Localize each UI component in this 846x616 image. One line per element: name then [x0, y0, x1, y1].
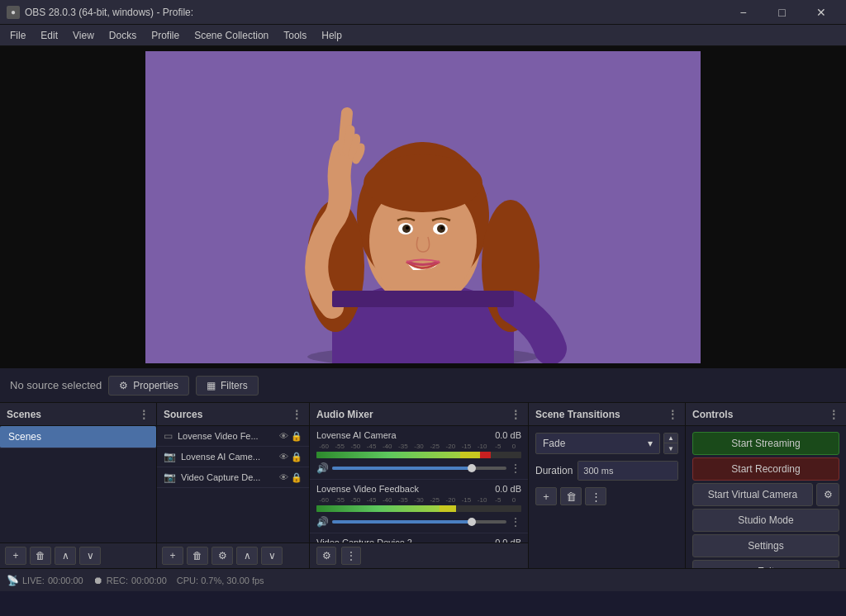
sources-panel: Sources ⋮ ▭ Lovense Video Fe... 👁 🔒 📷 Lo…	[157, 403, 310, 568]
controls-panel: Controls ⋮ Start Streaming Start Recordi…	[686, 403, 846, 568]
controls-panel-content: Start Streaming Start Recording Start Vi…	[686, 426, 846, 568]
rec-status: ⏺ REC: 00:00:00	[93, 575, 167, 586]
volume-slider-2[interactable]	[332, 520, 506, 524]
source-eye-icon[interactable]: 👁	[279, 431, 288, 442]
duration-row: Duration ▲ ▼	[535, 461, 678, 481]
menu-tools[interactable]: Tools	[277, 27, 313, 44]
settings-button[interactable]: Settings	[692, 534, 839, 557]
move-scene-down-button[interactable]: ∨	[79, 547, 101, 565]
maximize-button[interactable]: □	[763, 0, 801, 25]
camera-row: Start Virtual Camera ⚙	[692, 483, 839, 506]
audio-settings-button[interactable]: ⚙	[316, 547, 336, 565]
source-lock-icon[interactable]: 🔒	[291, 472, 302, 483]
studio-mode-button[interactable]: Studio Mode	[692, 509, 839, 532]
menu-help[interactable]: Help	[315, 27, 349, 44]
source-properties-button[interactable]: ⚙	[212, 547, 233, 565]
audio-more-button[interactable]: ⋮	[341, 547, 361, 565]
svg-point-10	[364, 154, 482, 212]
sources-panel-footer: + 🗑 ⚙ ∧ ∨	[157, 543, 309, 568]
preview-canvas	[145, 51, 701, 363]
source-lock-icon[interactable]: 🔒	[291, 452, 302, 462]
start-recording-button[interactable]: Start Recording	[692, 457, 839, 481]
cpu-status: CPU: 0.7%, 30.00 fps	[177, 576, 264, 585]
menu-profile[interactable]: Profile	[145, 27, 186, 44]
transition-more-button[interactable]: ⋮	[585, 487, 606, 505]
scenes-panel-content: Scenes	[0, 426, 156, 543]
volume-slider-1[interactable]	[332, 467, 506, 470]
title-bar-text: OBS 28.0.3 (64-bit, windows) - Profile:	[25, 7, 193, 18]
source-item[interactable]: ▭ Lovense Video Fe... 👁 🔒	[157, 426, 309, 447]
audio-panel-content: Lovense AI Camera 0.0 dB -60-55-50-45-40…	[310, 426, 528, 543]
transitions-panel-header: Scene Transitions ⋮	[529, 403, 685, 426]
remove-scene-button[interactable]: 🗑	[30, 547, 51, 565]
exit-button[interactable]: Exit	[692, 560, 839, 568]
gear-icon: ⚙	[119, 380, 128, 391]
camera-icon: 📷	[164, 471, 176, 483]
chevron-down-icon: ▾	[648, 438, 653, 449]
display-icon: ▭	[164, 430, 173, 442]
transition-spinner-up[interactable]: ▲	[664, 434, 677, 443]
add-source-button[interactable]: +	[162, 547, 183, 565]
properties-button[interactable]: ⚙ Properties	[108, 376, 189, 396]
audio-more-icon[interactable]: ⋮	[510, 515, 521, 528]
audio-mixer-panel: Audio Mixer ⋮ Lovense AI Camera 0.0 dB -…	[310, 403, 529, 568]
start-streaming-button[interactable]: Start Streaming	[692, 432, 839, 455]
menu-file[interactable]: File	[3, 27, 32, 44]
remove-source-button[interactable]: 🗑	[187, 547, 208, 565]
scene-item[interactable]: Scenes	[0, 426, 156, 448]
start-camera-button[interactable]: Start Virtual Camera	[692, 483, 813, 506]
menu-bar: File Edit View Docks Profile Scene Colle…	[0, 25, 846, 46]
audio-panel-footer: ⚙ ⋮	[310, 543, 528, 568]
close-button[interactable]: ✕	[802, 0, 839, 25]
source-item[interactable]: 📷 Lovense AI Came... 👁 🔒	[157, 447, 309, 467]
transitions-panel-content: Fade ▾ ▲ ▼ Duration ▲ ▼	[529, 426, 685, 568]
move-source-down-button[interactable]: ∨	[261, 547, 283, 565]
transition-spinner-down[interactable]: ▼	[664, 443, 677, 453]
mute-icon[interactable]: 🔊	[316, 516, 329, 528]
audio-panel-header: Audio Mixer ⋮	[310, 403, 528, 426]
menu-docks[interactable]: Docks	[102, 27, 143, 44]
source-item[interactable]: 📷 Video Capture De... 👁 🔒	[157, 467, 309, 488]
source-eye-icon[interactable]: 👁	[279, 472, 288, 483]
move-scene-up-button[interactable]: ∧	[55, 547, 76, 565]
menu-edit[interactable]: Edit	[34, 27, 64, 44]
audio-channel-1: Lovense AI Camera 0.0 dB -60-55-50-45-40…	[310, 426, 528, 480]
duration-input[interactable]	[578, 462, 678, 480]
filters-button[interactable]: ▦ Filters	[196, 376, 259, 396]
audio-channel-2: Lovense Video Feedback 0.0 dB -60-55-50-…	[310, 480, 528, 533]
mute-icon[interactable]: 🔊	[316, 462, 329, 474]
sources-panel-header: Sources ⋮	[157, 403, 309, 426]
title-bar-left: ● OBS 28.0.3 (64-bit, windows) - Profile…	[7, 6, 193, 19]
title-bar: ● OBS 28.0.3 (64-bit, windows) - Profile…	[0, 0, 846, 25]
source-lock-icon[interactable]: 🔒	[291, 431, 302, 442]
audio-bar-1	[316, 452, 521, 458]
svg-point-16	[440, 226, 444, 230]
live-status: 📡 LIVE: 00:00:00	[7, 575, 83, 586]
menu-view[interactable]: View	[66, 27, 101, 44]
move-source-up-button[interactable]: ∧	[236, 547, 258, 565]
camera-settings-button[interactable]: ⚙	[816, 483, 839, 506]
controls-panel-header: Controls ⋮	[686, 403, 846, 426]
scenes-panel: Scenes ⋮ Scenes + 🗑 ∧ ∨	[0, 403, 157, 568]
scenes-panel-menu-icon[interactable]: ⋮	[138, 408, 150, 421]
title-bar-controls: − □ ✕	[725, 0, 839, 25]
scenes-panel-header: Scenes ⋮	[0, 403, 156, 426]
minimize-button[interactable]: −	[725, 0, 762, 25]
menu-scene-collection[interactable]: Scene Collection	[188, 27, 275, 44]
audio-channel-3: Video Capture Device 2 0.0 dB -60-55-50-…	[310, 533, 528, 543]
transition-select[interactable]: Fade ▾	[535, 433, 660, 454]
filter-icon: ▦	[207, 380, 216, 391]
svg-point-15	[406, 226, 409, 230]
add-scene-button[interactable]: +	[5, 547, 26, 565]
audio-panel-menu-icon[interactable]: ⋮	[510, 408, 521, 421]
controls-panel-menu-icon[interactable]: ⋮	[828, 408, 839, 421]
transitions-panel-menu-icon[interactable]: ⋮	[667, 408, 678, 421]
add-transition-button[interactable]: +	[535, 487, 557, 505]
audio-more-icon[interactable]: ⋮	[510, 462, 521, 475]
audio-bar-2	[316, 505, 521, 512]
bottom-area: Scenes ⋮ Scenes + 🗑 ∧ ∨ Sources ⋮ ▭ Love…	[0, 403, 846, 568]
app-icon: ●	[7, 6, 20, 19]
source-eye-icon[interactable]: 👁	[279, 452, 288, 462]
sources-panel-menu-icon[interactable]: ⋮	[291, 408, 302, 421]
remove-transition-button[interactable]: 🗑	[560, 487, 582, 505]
